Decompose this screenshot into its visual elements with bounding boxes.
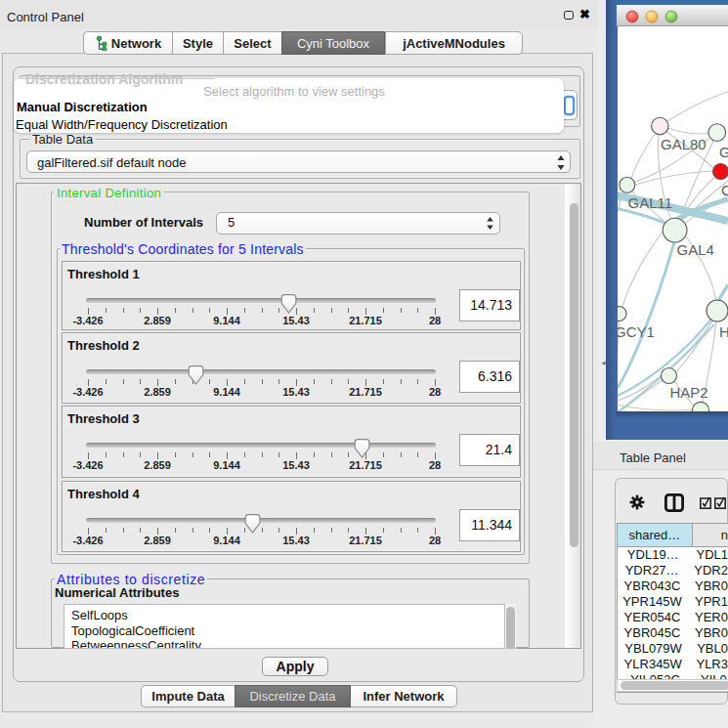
svg-text:GAL4: GAL4 <box>677 241 714 258</box>
svg-text:GAL80: GAL80 <box>661 136 707 152</box>
svg-text:HAP2: HAP2 <box>670 384 708 401</box>
svg-text:GCY1: GCY1 <box>618 323 655 340</box>
svg-text:C: C <box>721 182 728 198</box>
svg-text:GAL11: GAL11 <box>628 194 673 211</box>
svg-text:H: H <box>719 323 728 340</box>
svg-text:G.: G. <box>719 144 728 160</box>
